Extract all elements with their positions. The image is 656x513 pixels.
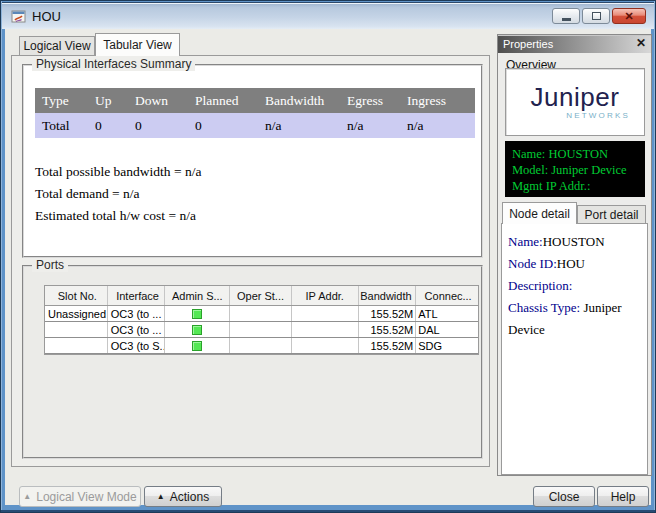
display-mgmt-ip-line: Mgmt IP Addr.:: [512, 178, 638, 194]
port-slot: [45, 322, 108, 337]
port-slot: [45, 338, 108, 353]
summary-col-ingress[interactable]: Ingress: [400, 93, 475, 109]
summary-col-type[interactable]: Type: [35, 93, 88, 109]
summary-total-up: 0: [88, 118, 128, 134]
ports-row-3[interactable]: OC3 (to S... 155.52M SDG: [45, 338, 478, 354]
port-connect: ATL: [416, 306, 478, 321]
ports-group: Ports Slot No. Interface Admin S... Oper…: [22, 265, 483, 459]
summary-table-header: Type Up Down Planned Bandwidth Egress In…: [35, 88, 475, 113]
properties-panel: Properties ✕ Overview Juniper NETWORKS N…: [497, 34, 652, 476]
ports-col-ip-addr[interactable]: IP Addr.: [292, 286, 359, 305]
close-button[interactable]: Close: [533, 486, 595, 507]
maximize-button[interactable]: [582, 8, 610, 24]
ports-col-connect[interactable]: Connec...: [416, 286, 478, 305]
window-titlebar[interactable]: HOU ✕: [2, 2, 654, 29]
field-chassis-type: Chassis Type: Juniper Device: [508, 297, 641, 341]
port-ip: [292, 338, 359, 353]
summary-total-down: 0: [128, 118, 188, 134]
note-total-possible-bandwidth: Total possible bandwidth = n/a: [35, 161, 201, 183]
ports-col-oper-status[interactable]: Oper St...: [230, 286, 292, 305]
summary-col-egress[interactable]: Egress: [340, 93, 400, 109]
display-model-line: Model: Juniper Device: [512, 162, 638, 178]
ports-col-admin-status[interactable]: Admin S...: [165, 286, 230, 305]
port-admin-cell: [165, 338, 230, 353]
close-icon: ✕: [624, 11, 633, 22]
ports-col-bandwidth[interactable]: Bandwidth: [359, 286, 417, 305]
summary-total-type: Total: [35, 118, 88, 134]
up-arrow-icon: ▲: [23, 493, 31, 501]
port-bandwidth: 155.52M: [359, 322, 417, 337]
summary-col-bandwidth[interactable]: Bandwidth: [258, 93, 340, 109]
ports-row-2[interactable]: OC3 (to ... 155.52M DAL: [45, 322, 478, 338]
tab-node-detail[interactable]: Node detail: [502, 202, 577, 224]
port-oper: [230, 306, 292, 321]
port-oper: [230, 338, 292, 353]
ports-col-slot[interactable]: Slot No.: [45, 286, 108, 305]
summary-col-up[interactable]: Up: [88, 93, 128, 109]
close-label: Close: [549, 490, 580, 504]
note-estimated-cost: Estimated total h/w cost = n/a: [35, 205, 201, 227]
actions-label: Actions: [170, 490, 209, 504]
minimize-icon: [562, 18, 571, 21]
summary-total-planned: 0: [188, 118, 258, 134]
logical-view-mode-label: Logical View Mode: [36, 490, 137, 504]
display-name-line: Name: HOUSTON: [512, 146, 638, 162]
port-bandwidth: 155.52M: [359, 338, 417, 353]
java-app-icon: [11, 9, 26, 24]
tab-tabular-view[interactable]: Tabular View: [95, 33, 180, 56]
summary-col-planned[interactable]: Planned: [188, 93, 258, 109]
ports-col-interface[interactable]: Interface: [108, 286, 166, 305]
help-button[interactable]: Help: [597, 486, 649, 507]
port-connect: DAL: [416, 322, 478, 337]
tab-port-detail[interactable]: Port detail: [577, 205, 646, 224]
port-ip: [292, 306, 359, 321]
window-title: HOU: [32, 3, 61, 30]
admin-status-up-icon: [192, 341, 202, 351]
port-admin-cell: [165, 306, 230, 321]
port-slot: Unassigned: [45, 306, 108, 321]
properties-titlebar[interactable]: Properties ✕: [498, 35, 651, 53]
port-oper: [230, 322, 292, 337]
tab-logical-view[interactable]: Logical View: [19, 36, 95, 55]
ports-table: Slot No. Interface Admin S... Oper St...…: [44, 285, 479, 355]
properties-close-button[interactable]: ✕: [636, 36, 646, 50]
actions-button[interactable]: ▲ Actions: [144, 486, 222, 507]
properties-title: Properties: [503, 35, 553, 53]
port-connect: SDG: [416, 338, 478, 353]
admin-status-up-icon: [192, 325, 202, 335]
device-info-display: Name: HOUSTON Model: Juniper Device Mgmt…: [505, 141, 645, 197]
admin-status-up-icon: [192, 309, 202, 319]
summary-total-row[interactable]: Total 0 0 0 n/a n/a n/a: [35, 113, 475, 138]
port-ip: [292, 322, 359, 337]
juniper-networks-label: NETWORKS: [566, 111, 630, 120]
port-bandwidth: 155.52M: [359, 306, 417, 321]
ports-group-title: Ports: [32, 258, 68, 272]
close-window-button[interactable]: ✕: [612, 8, 646, 24]
field-node-id: Node ID:HOU: [508, 253, 641, 275]
minimize-button[interactable]: [552, 8, 580, 24]
field-name: Name:HOUSTON: [508, 231, 641, 253]
port-interface: OC3 (to ...: [108, 306, 166, 321]
juniper-logo: Juniper: [531, 84, 620, 110]
summary-total-ingress: n/a: [400, 118, 475, 134]
node-detail-panel: Name:HOUSTON Node ID:HOU Description: Ch…: [501, 223, 648, 475]
client-area: Logical View Tabular View Physical Inter…: [5, 29, 651, 505]
ports-row-1[interactable]: Unassigned OC3 (to ... 155.52M ATL: [45, 306, 478, 322]
summary-col-down[interactable]: Down: [128, 93, 188, 109]
app-window: HOU ✕ Logical View Tabular View Physical…: [0, 0, 656, 513]
physical-interfaces-summary-group: Physical Interfaces Summary Type Up Down…: [22, 64, 483, 258]
logical-view-mode-button: ▲ Logical View Mode: [19, 486, 141, 507]
ports-table-header: Slot No. Interface Admin S... Oper St...…: [45, 286, 478, 306]
note-total-demand: Total demand = n/a: [35, 183, 201, 205]
help-label: Help: [611, 490, 636, 504]
summary-table: Type Up Down Planned Bandwidth Egress In…: [35, 88, 475, 138]
port-interface: OC3 (to S...: [108, 338, 166, 353]
summary-notes: Total possible bandwidth = n/a Total dem…: [35, 161, 201, 227]
field-description: Description:: [508, 275, 641, 297]
port-interface: OC3 (to ...: [108, 322, 166, 337]
maximize-icon: [592, 12, 601, 20]
summary-group-title: Physical Interfaces Summary: [32, 57, 195, 71]
summary-total-bandwidth: n/a: [258, 118, 340, 134]
port-admin-cell: [165, 322, 230, 337]
up-arrow-icon: ▲: [157, 493, 165, 501]
